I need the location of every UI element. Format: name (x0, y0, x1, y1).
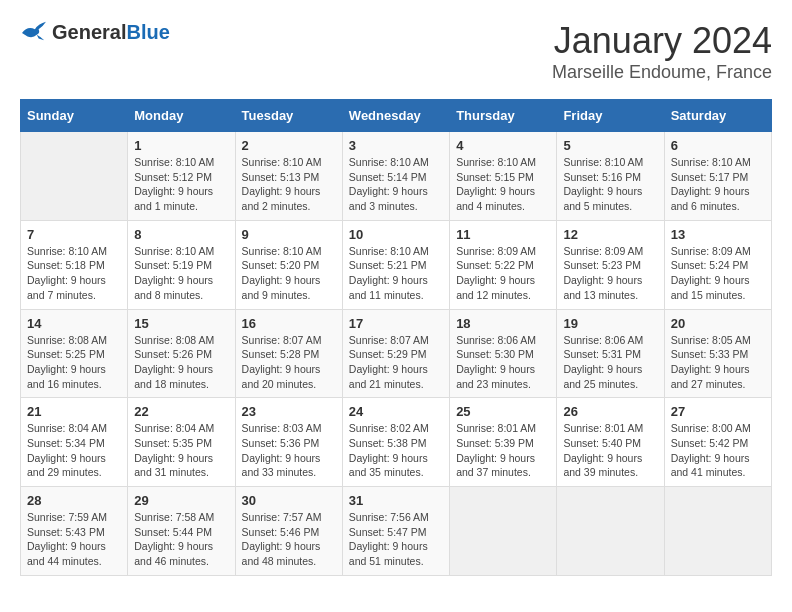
day-number: 23 (242, 404, 336, 419)
day-info: Sunrise: 8:05 AM Sunset: 5:33 PM Dayligh… (671, 333, 765, 392)
day-number: 15 (134, 316, 228, 331)
day-info: Sunrise: 8:07 AM Sunset: 5:29 PM Dayligh… (349, 333, 443, 392)
day-number: 25 (456, 404, 550, 419)
calendar-cell: 25Sunrise: 8:01 AM Sunset: 5:39 PM Dayli… (450, 398, 557, 487)
weekday-header-wednesday: Wednesday (342, 100, 449, 132)
weekday-header-monday: Monday (128, 100, 235, 132)
location-title: Marseille Endoume, France (552, 62, 772, 83)
calendar-cell: 24Sunrise: 8:02 AM Sunset: 5:38 PM Dayli… (342, 398, 449, 487)
day-number: 1 (134, 138, 228, 153)
day-info: Sunrise: 8:03 AM Sunset: 5:36 PM Dayligh… (242, 421, 336, 480)
day-number: 9 (242, 227, 336, 242)
day-info: Sunrise: 8:06 AM Sunset: 5:30 PM Dayligh… (456, 333, 550, 392)
day-info: Sunrise: 8:10 AM Sunset: 5:17 PM Dayligh… (671, 155, 765, 214)
month-title: January 2024 (552, 20, 772, 62)
calendar-cell: 27Sunrise: 8:00 AM Sunset: 5:42 PM Dayli… (664, 398, 771, 487)
calendar-week-row: 28Sunrise: 7:59 AM Sunset: 5:43 PM Dayli… (21, 487, 772, 576)
calendar-cell: 12Sunrise: 8:09 AM Sunset: 5:23 PM Dayli… (557, 220, 664, 309)
day-number: 27 (671, 404, 765, 419)
calendar-cell: 1Sunrise: 8:10 AM Sunset: 5:12 PM Daylig… (128, 132, 235, 221)
calendar-week-row: 7Sunrise: 8:10 AM Sunset: 5:18 PM Daylig… (21, 220, 772, 309)
day-info: Sunrise: 8:10 AM Sunset: 5:16 PM Dayligh… (563, 155, 657, 214)
day-info: Sunrise: 8:06 AM Sunset: 5:31 PM Dayligh… (563, 333, 657, 392)
day-number: 29 (134, 493, 228, 508)
calendar-cell: 10Sunrise: 8:10 AM Sunset: 5:21 PM Dayli… (342, 220, 449, 309)
day-number: 6 (671, 138, 765, 153)
day-info: Sunrise: 8:09 AM Sunset: 5:22 PM Dayligh… (456, 244, 550, 303)
day-info: Sunrise: 8:04 AM Sunset: 5:35 PM Dayligh… (134, 421, 228, 480)
calendar-cell: 9Sunrise: 8:10 AM Sunset: 5:20 PM Daylig… (235, 220, 342, 309)
weekday-header-friday: Friday (557, 100, 664, 132)
logo-text: GeneralBlue (52, 21, 170, 44)
day-info: Sunrise: 8:07 AM Sunset: 5:28 PM Dayligh… (242, 333, 336, 392)
logo-general: General (52, 21, 126, 43)
day-info: Sunrise: 8:10 AM Sunset: 5:12 PM Dayligh… (134, 155, 228, 214)
weekday-header-sunday: Sunday (21, 100, 128, 132)
day-info: Sunrise: 7:56 AM Sunset: 5:47 PM Dayligh… (349, 510, 443, 569)
logo-blue: Blue (126, 21, 169, 43)
day-info: Sunrise: 8:02 AM Sunset: 5:38 PM Dayligh… (349, 421, 443, 480)
day-number: 14 (27, 316, 121, 331)
title-area: January 2024 Marseille Endoume, France (552, 20, 772, 83)
calendar-cell (450, 487, 557, 576)
day-info: Sunrise: 8:10 AM Sunset: 5:13 PM Dayligh… (242, 155, 336, 214)
day-info: Sunrise: 8:10 AM Sunset: 5:14 PM Dayligh… (349, 155, 443, 214)
calendar-cell: 31Sunrise: 7:56 AM Sunset: 5:47 PM Dayli… (342, 487, 449, 576)
day-number: 21 (27, 404, 121, 419)
day-number: 4 (456, 138, 550, 153)
day-number: 30 (242, 493, 336, 508)
weekday-header-tuesday: Tuesday (235, 100, 342, 132)
day-number: 3 (349, 138, 443, 153)
calendar-cell: 30Sunrise: 7:57 AM Sunset: 5:46 PM Dayli… (235, 487, 342, 576)
weekday-header-saturday: Saturday (664, 100, 771, 132)
day-number: 31 (349, 493, 443, 508)
calendar-week-row: 21Sunrise: 8:04 AM Sunset: 5:34 PM Dayli… (21, 398, 772, 487)
day-info: Sunrise: 8:10 AM Sunset: 5:20 PM Dayligh… (242, 244, 336, 303)
day-number: 24 (349, 404, 443, 419)
day-info: Sunrise: 8:01 AM Sunset: 5:39 PM Dayligh… (456, 421, 550, 480)
day-info: Sunrise: 8:10 AM Sunset: 5:15 PM Dayligh… (456, 155, 550, 214)
calendar-table: SundayMondayTuesdayWednesdayThursdayFrid… (20, 99, 772, 576)
calendar-cell: 11Sunrise: 8:09 AM Sunset: 5:22 PM Dayli… (450, 220, 557, 309)
day-info: Sunrise: 8:04 AM Sunset: 5:34 PM Dayligh… (27, 421, 121, 480)
day-number: 10 (349, 227, 443, 242)
calendar-week-row: 14Sunrise: 8:08 AM Sunset: 5:25 PM Dayli… (21, 309, 772, 398)
calendar-week-row: 1Sunrise: 8:10 AM Sunset: 5:12 PM Daylig… (21, 132, 772, 221)
day-info: Sunrise: 8:10 AM Sunset: 5:18 PM Dayligh… (27, 244, 121, 303)
day-number: 7 (27, 227, 121, 242)
day-info: Sunrise: 8:08 AM Sunset: 5:25 PM Dayligh… (27, 333, 121, 392)
day-number: 12 (563, 227, 657, 242)
day-info: Sunrise: 8:08 AM Sunset: 5:26 PM Dayligh… (134, 333, 228, 392)
day-number: 28 (27, 493, 121, 508)
day-number: 18 (456, 316, 550, 331)
calendar-cell: 23Sunrise: 8:03 AM Sunset: 5:36 PM Dayli… (235, 398, 342, 487)
calendar-cell: 4Sunrise: 8:10 AM Sunset: 5:15 PM Daylig… (450, 132, 557, 221)
calendar-cell: 13Sunrise: 8:09 AM Sunset: 5:24 PM Dayli… (664, 220, 771, 309)
calendar-cell (664, 487, 771, 576)
logo-bird-icon (20, 20, 48, 44)
day-info: Sunrise: 7:57 AM Sunset: 5:46 PM Dayligh… (242, 510, 336, 569)
day-info: Sunrise: 8:09 AM Sunset: 5:23 PM Dayligh… (563, 244, 657, 303)
calendar-cell: 14Sunrise: 8:08 AM Sunset: 5:25 PM Dayli… (21, 309, 128, 398)
weekday-header-row: SundayMondayTuesdayWednesdayThursdayFrid… (21, 100, 772, 132)
calendar-cell: 16Sunrise: 8:07 AM Sunset: 5:28 PM Dayli… (235, 309, 342, 398)
day-number: 8 (134, 227, 228, 242)
calendar-cell: 20Sunrise: 8:05 AM Sunset: 5:33 PM Dayli… (664, 309, 771, 398)
page-header: GeneralBlue January 2024 Marseille Endou… (20, 20, 772, 83)
day-info: Sunrise: 8:00 AM Sunset: 5:42 PM Dayligh… (671, 421, 765, 480)
day-number: 26 (563, 404, 657, 419)
day-number: 11 (456, 227, 550, 242)
calendar-cell: 2Sunrise: 8:10 AM Sunset: 5:13 PM Daylig… (235, 132, 342, 221)
calendar-cell: 5Sunrise: 8:10 AM Sunset: 5:16 PM Daylig… (557, 132, 664, 221)
logo: GeneralBlue (20, 20, 170, 44)
day-info: Sunrise: 8:09 AM Sunset: 5:24 PM Dayligh… (671, 244, 765, 303)
calendar-cell: 18Sunrise: 8:06 AM Sunset: 5:30 PM Dayli… (450, 309, 557, 398)
day-number: 16 (242, 316, 336, 331)
day-number: 5 (563, 138, 657, 153)
day-number: 2 (242, 138, 336, 153)
calendar-cell: 28Sunrise: 7:59 AM Sunset: 5:43 PM Dayli… (21, 487, 128, 576)
weekday-header-thursday: Thursday (450, 100, 557, 132)
calendar-cell: 7Sunrise: 8:10 AM Sunset: 5:18 PM Daylig… (21, 220, 128, 309)
calendar-cell (557, 487, 664, 576)
day-number: 22 (134, 404, 228, 419)
